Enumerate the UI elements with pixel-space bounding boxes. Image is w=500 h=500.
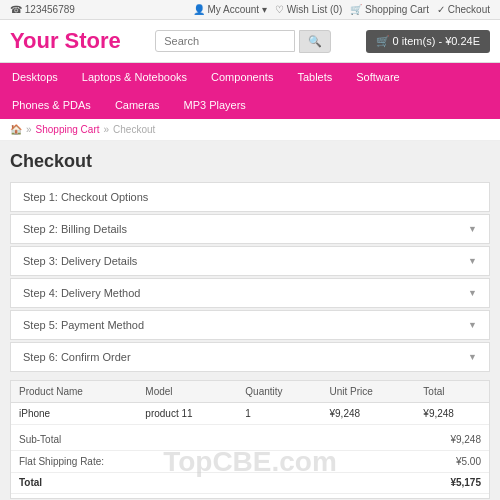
step-3-label: Step 3: Delivery Details: [23, 255, 137, 267]
step-1-label: Step 1: Checkout Options: [23, 191, 148, 203]
shipping-label: Flat Shipping Rate:: [11, 451, 338, 473]
top-bar-left: ☎ 123456789: [10, 4, 75, 15]
nav-item-mp3[interactable]: MP3 Players: [172, 91, 258, 119]
nav-item-laptops[interactable]: Laptops & Notebooks: [70, 63, 199, 91]
breadcrumb-home[interactable]: 🏠: [10, 124, 22, 135]
nav-item-software[interactable]: Software: [344, 63, 411, 91]
order-row: iPhone product 11 1 ¥9,248 ¥9,248: [11, 403, 489, 425]
col-quantity: Quantity: [237, 381, 321, 403]
step-3[interactable]: Step 3: Delivery Details ▼: [10, 246, 490, 276]
nav-list: Desktops Laptops & Notebooks Components …: [0, 63, 500, 119]
subtotal-row: Sub-Total ¥9,248: [11, 429, 489, 451]
step-6[interactable]: Step 6: Confirm Order ▼: [10, 342, 490, 372]
total-value: ¥5,175: [338, 473, 489, 494]
phone-text: ☎ 123456789: [10, 4, 75, 15]
subtotal-label: Sub-Total: [11, 429, 338, 451]
order-table: Product Name Model Quantity Unit Price T…: [10, 380, 490, 499]
top-bar: ☎ 123456789 👤 My Account ▾ ♡ Wish List (…: [0, 0, 500, 20]
step-5[interactable]: Step 5: Payment Method ▼: [10, 310, 490, 340]
row-unit-price: ¥9,248: [322, 403, 416, 425]
step-2-label: Step 2: Billing Details: [23, 223, 127, 235]
step-6-label: Step 6: Confirm Order: [23, 351, 131, 363]
step-2-arrow: ▼: [468, 224, 477, 234]
page-title: Checkout: [10, 151, 490, 172]
search-input[interactable]: [155, 30, 295, 52]
row-model: product 11: [137, 403, 237, 425]
step-4[interactable]: Step 4: Delivery Method ▼: [10, 278, 490, 308]
breadcrumb-current: Checkout: [113, 124, 155, 135]
step-2[interactable]: Step 2: Billing Details ▼: [10, 214, 490, 244]
shipping-value: ¥5.00: [338, 451, 489, 473]
step-1[interactable]: Step 1: Checkout Options: [10, 182, 490, 212]
step-3-arrow: ▼: [468, 256, 477, 266]
search-button[interactable]: 🔍: [299, 30, 331, 53]
nav-item-desktops[interactable]: Desktops: [0, 63, 70, 91]
row-product-name: iPhone: [11, 403, 137, 425]
wishlist-link[interactable]: ♡ Wish List (0): [275, 4, 342, 15]
col-product-name: Product Name: [11, 381, 137, 403]
nav: Desktops Laptops & Notebooks Components …: [0, 63, 500, 119]
nav-item-tablets[interactable]: Tablets: [285, 63, 344, 91]
row-quantity: 1: [237, 403, 321, 425]
breadcrumb-cart[interactable]: Shopping Cart: [36, 124, 100, 135]
top-bar-right: 👤 My Account ▾ ♡ Wish List (0) 🛒 Shoppin…: [193, 4, 490, 15]
breadcrumb: 🏠 » Shopping Cart » Checkout: [0, 119, 500, 141]
row-total: ¥9,248: [415, 403, 489, 425]
col-model: Model: [137, 381, 237, 403]
step-4-arrow: ▼: [468, 288, 477, 298]
cart-button[interactable]: 🛒 0 item(s) - ¥0.24E: [366, 30, 490, 53]
step-4-label: Step 4: Delivery Method: [23, 287, 140, 299]
checkout-steps: Step 1: Checkout Options Step 2: Billing…: [10, 182, 490, 372]
checkout-link[interactable]: ✓ Checkout: [437, 4, 490, 15]
col-total: Total: [415, 381, 489, 403]
step-5-arrow: ▼: [468, 320, 477, 330]
totals-table: Sub-Total ¥9,248 Flat Shipping Rate: ¥5.…: [11, 429, 489, 494]
content: Checkout Step 1: Checkout Options Step 2…: [0, 141, 500, 500]
breadcrumb-sep1: »: [26, 124, 32, 135]
step-5-label: Step 5: Payment Method: [23, 319, 144, 331]
subtotal-value: ¥9,248: [338, 429, 489, 451]
search-box: 🔍: [155, 30, 331, 53]
shipping-row: Flat Shipping Rate: ¥5.00: [11, 451, 489, 473]
nav-item-cameras[interactable]: Cameras: [103, 91, 172, 119]
my-account-link[interactable]: 👤 My Account ▾: [193, 4, 267, 15]
store-logo[interactable]: Your Store: [10, 28, 121, 54]
total-row: Total ¥5,175: [11, 473, 489, 494]
order-items-table: Product Name Model Quantity Unit Price T…: [11, 381, 489, 425]
header: Your Store 🔍 🛒 0 item(s) - ¥0.24E: [0, 20, 500, 63]
total-label: Total: [11, 473, 338, 494]
col-unit-price: Unit Price: [322, 381, 416, 403]
nav-item-components[interactable]: Components: [199, 63, 285, 91]
breadcrumb-sep2: »: [104, 124, 110, 135]
nav-item-phones[interactable]: Phones & PDAs: [0, 91, 103, 119]
step-6-arrow: ▼: [468, 352, 477, 362]
cart-link[interactable]: 🛒 Shopping Cart: [350, 4, 429, 15]
